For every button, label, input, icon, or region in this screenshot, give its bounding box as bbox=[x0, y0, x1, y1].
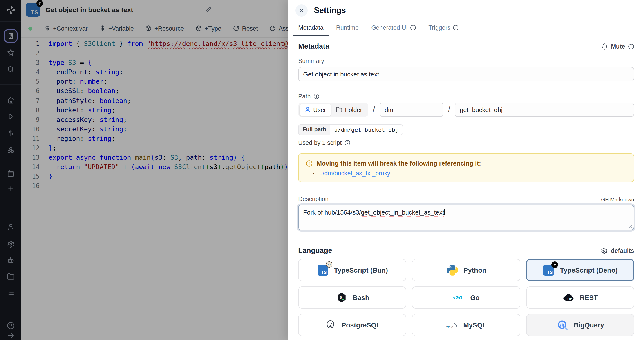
bell-icon bbox=[601, 43, 608, 50]
full-path-badge: Full path u/dm/get_bucket_obj bbox=[298, 124, 403, 135]
path-label: Path bbox=[298, 93, 311, 100]
full-path-label: Full path bbox=[298, 124, 330, 135]
warning-list-item: u/dm/bucket_as_txt_proxy bbox=[319, 170, 626, 177]
language-label: REST bbox=[580, 294, 598, 301]
bash-icon: $ bbox=[335, 291, 348, 304]
language-label: Go bbox=[470, 294, 480, 301]
alert-circle-icon bbox=[306, 160, 312, 167]
postgresql-icon bbox=[324, 319, 336, 331]
language-label: TypeScript (Deno) bbox=[560, 266, 618, 274]
settings-drawer: Settings MetadataRuntimeGenerated UITrig… bbox=[288, 0, 644, 340]
tab-label: Triggers bbox=[428, 24, 450, 31]
info-icon[interactable] bbox=[628, 44, 634, 49]
markdown-hint: GH Markdown bbox=[601, 197, 634, 202]
svg-text:GO: GO bbox=[455, 295, 462, 300]
tab-generated-ui[interactable]: Generated UI bbox=[366, 21, 421, 36]
language-card-bigquery[interactable]: BigQuery bbox=[526, 314, 634, 336]
language-label: TypeScript (Bun) bbox=[334, 266, 388, 274]
language-defaults-button[interactable]: defaults bbox=[601, 247, 634, 254]
bun-badge-icon: • • bbox=[326, 261, 332, 267]
python-icon bbox=[446, 264, 458, 276]
used-by-text: Used by 1 script bbox=[298, 140, 634, 146]
settings-body: Metadata Mute Summary Path bbox=[288, 36, 644, 340]
info-icon bbox=[453, 25, 458, 30]
metadata-heading: Metadata bbox=[298, 42, 330, 50]
path-owner-toggle: User Folder bbox=[298, 102, 368, 117]
owner-kind-folder-button[interactable]: Folder bbox=[331, 104, 367, 116]
bigquery-icon bbox=[556, 319, 569, 331]
language-card-go[interactable]: GOGo bbox=[412, 286, 520, 308]
text-caret bbox=[444, 209, 444, 216]
user-icon bbox=[304, 106, 310, 113]
language-card-rest[interactable]: HTTPREST bbox=[526, 286, 634, 308]
language-card-bash[interactable]: $Bash bbox=[298, 286, 406, 308]
warning-links-list: u/dm/bucket_as_txt_proxy bbox=[319, 170, 626, 177]
referencing-script-link[interactable]: u/dm/bucket_as_txt_proxy bbox=[319, 170, 390, 177]
language-card-typescript-deno-[interactable]: TSTypeScript (Deno) bbox=[526, 259, 634, 281]
textarea-resize-handle[interactable] bbox=[629, 225, 632, 228]
language-card-mysql[interactable]: MySQLMySQL bbox=[412, 314, 520, 336]
tab-triggers[interactable]: Triggers bbox=[423, 21, 464, 36]
owner-kind-user-button[interactable]: User bbox=[299, 104, 331, 116]
language-label: BigQuery bbox=[574, 321, 604, 329]
rest-icon: HTTP bbox=[562, 291, 575, 304]
description-textarea[interactable]: Fork of hub/1564/s3/get_object_in_bucket… bbox=[298, 205, 634, 230]
drawer-backdrop[interactable] bbox=[0, 0, 288, 340]
language-card-postgresql[interactable]: PostgreSQL bbox=[298, 314, 406, 336]
ts-deno-icon: TS bbox=[542, 264, 555, 276]
info-icon[interactable] bbox=[344, 140, 350, 146]
path-owner-input[interactable] bbox=[380, 102, 444, 117]
svg-text:MySQL: MySQL bbox=[446, 325, 454, 328]
misspelled-text: get_object_in_bucket_as_text bbox=[361, 209, 444, 216]
tab-runtime[interactable]: Runtime bbox=[331, 21, 364, 36]
close-settings-button[interactable] bbox=[296, 4, 308, 16]
full-path-value: u/dm/get_bucket_obj bbox=[330, 124, 402, 135]
info-icon bbox=[410, 25, 416, 30]
summary-label: Summary bbox=[298, 58, 634, 64]
tab-label: Runtime bbox=[336, 24, 359, 31]
info-icon[interactable] bbox=[314, 94, 319, 100]
settings-header: Settings bbox=[288, 0, 644, 21]
tab-label: Generated UI bbox=[371, 24, 408, 31]
path-separator: / bbox=[448, 105, 450, 115]
gear-icon bbox=[601, 247, 608, 254]
language-label: PostgreSQL bbox=[342, 321, 380, 329]
svg-text:$: $ bbox=[340, 295, 342, 300]
mute-button[interactable]: Mute bbox=[601, 43, 634, 50]
ts-bun-icon: TS• • bbox=[316, 264, 329, 276]
deno-badge-icon bbox=[552, 261, 558, 268]
path-separator: / bbox=[373, 105, 375, 115]
tab-metadata[interactable]: Metadata bbox=[293, 21, 329, 36]
language-label: Python bbox=[464, 266, 486, 274]
description-label: Description bbox=[298, 196, 328, 202]
settings-title: Settings bbox=[314, 6, 346, 15]
windmill-app: TS Get object in bucket as text +Context… bbox=[0, 0, 644, 340]
path-name-input[interactable] bbox=[455, 102, 634, 117]
mysql-icon: MySQL bbox=[446, 319, 458, 331]
folder-icon bbox=[336, 106, 342, 113]
svg-text:HTTP: HTTP bbox=[566, 298, 572, 300]
warning-title: Moving this item will break the followin… bbox=[316, 160, 481, 167]
go-icon: GO bbox=[453, 291, 465, 304]
language-label: Bash bbox=[353, 294, 369, 301]
tab-label: Metadata bbox=[298, 24, 324, 31]
summary-input[interactable] bbox=[298, 67, 634, 82]
language-grid: TS• •TypeScript (Bun)PythonTSTypeScript … bbox=[298, 259, 634, 336]
language-heading: Language bbox=[298, 246, 332, 254]
settings-tabs: MetadataRuntimeGenerated UITriggers bbox=[288, 21, 644, 36]
move-warning-banner: Moving this item will break the followin… bbox=[298, 153, 634, 182]
language-card-typescript-bun-[interactable]: TS• •TypeScript (Bun) bbox=[298, 259, 406, 281]
language-card-python[interactable]: Python bbox=[412, 259, 520, 281]
language-label: MySQL bbox=[463, 321, 486, 329]
